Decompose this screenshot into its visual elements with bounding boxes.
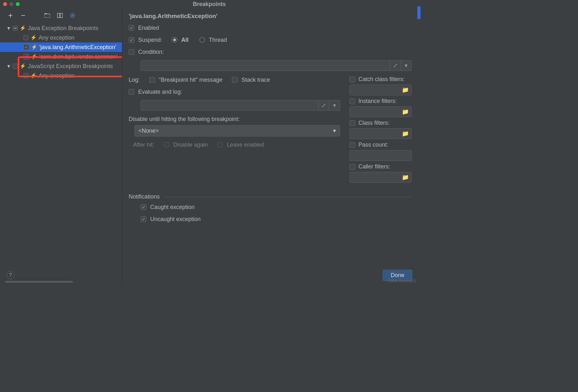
enabled-row: Enabled [129, 24, 412, 32]
group-by-class-icon[interactable] [69, 12, 76, 19]
disable-until-select[interactable]: <None> ▾ [134, 125, 340, 136]
condition-checkbox[interactable] [129, 49, 134, 55]
checkbox[interactable] [13, 64, 18, 69]
tree-group-java[interactable]: ▾ ⚡ Java Exception Breakpoints [0, 23, 122, 33]
chevron-down-icon: ▾ [6, 23, 11, 33]
eval-input[interactable] [141, 100, 318, 111]
svg-rect-2 [57, 13, 60, 18]
checkbox-checked[interactable] [23, 44, 29, 50]
history-dropdown-icon[interactable]: ▾ [401, 60, 412, 71]
notifications-header: Notifications [129, 193, 412, 200]
help-button[interactable]: ? [6, 271, 15, 279]
chevron-down-icon: ▾ [333, 127, 336, 134]
history-dropdown-icon[interactable]: ▾ [329, 100, 340, 111]
caller-filter-label: Caller filters: [358, 163, 390, 170]
log-hit-checkbox[interactable] [149, 77, 155, 83]
eval-label: Evaluate and log: [138, 89, 182, 95]
group-by-file-icon[interactable] [56, 12, 63, 19]
zoom-icon[interactable] [16, 2, 20, 6]
condition-label: Condition: [138, 49, 164, 55]
log-stack-checkbox[interactable] [232, 77, 238, 83]
svg-rect-1 [44, 13, 47, 14]
window-title: Breakpoints [193, 1, 226, 8]
titlebar: Breakpoints [0, 0, 419, 8]
suspend-thread-radio[interactable] [199, 37, 205, 43]
breakpoints-tree[interactable]: ▾ ⚡ Java Exception Breakpoints ⚡ Any exc… [0, 23, 122, 280]
condition-input[interactable] [141, 60, 390, 71]
breakpoint-details: 'java.lang.ArithmeticException' Enabled … [122, 8, 419, 283]
tree-item-label: Any exception [39, 33, 74, 42]
suspend-checkbox[interactable] [129, 37, 134, 43]
group-by-package-icon[interactable] [44, 12, 51, 19]
folder-icon[interactable]: 📁 [402, 130, 409, 137]
pass-count-checkbox[interactable] [350, 142, 355, 148]
suspend-all-radio[interactable] [172, 37, 177, 43]
remove-breakpoint-button[interactable] [20, 12, 27, 19]
tree-group-label: Java Exception Breakpoints [28, 23, 98, 33]
watermark: CSDN @hellosc01 [388, 279, 417, 283]
caught-checkbox[interactable] [141, 204, 146, 210]
catch-filter-row: Catch class filters: 📁 [350, 76, 412, 95]
eval-input-row: ⤢ ▾ [141, 100, 340, 111]
condition-input-row: ⤢ ▾ [141, 60, 412, 71]
folder-icon[interactable]: 📁 [402, 108, 409, 115]
class-filter-checkbox[interactable] [350, 120, 355, 126]
disable-until-value: <None> [138, 128, 159, 134]
folder-icon[interactable]: 📁 [402, 174, 409, 181]
enabled-label: Enabled [138, 25, 159, 31]
tree-item-label: 'java.lang.ArithmeticException' [39, 42, 116, 52]
catch-filter-input[interactable]: 📁 [350, 85, 412, 95]
eval-row: Evaluate and log: [129, 88, 340, 96]
after-hit-disable-radio[interactable] [164, 142, 170, 148]
filters-column: Catch class filters: 📁 Instance filters:… [350, 76, 412, 185]
enabled-checkbox[interactable] [129, 25, 134, 31]
log-label: Log: [129, 77, 140, 83]
add-breakpoint-button[interactable] [7, 12, 14, 19]
suspend-all-label: All [181, 37, 189, 43]
instance-filter-checkbox[interactable] [350, 98, 355, 104]
tree-item-arithmetic-exception[interactable]: ⚡ 'java.lang.ArithmeticException' [0, 42, 122, 52]
log-stack-label: Stack trace [241, 77, 270, 83]
catch-filter-label: Catch class filters: [358, 76, 405, 83]
after-hit-row: After hit: Disable again Leave enabled [133, 141, 340, 149]
close-icon[interactable] [3, 2, 7, 6]
after-hit-disable-label: Disable again [173, 142, 208, 148]
tree-item-any-exception-java[interactable]: ⚡ Any exception [0, 33, 122, 42]
class-filter-input[interactable]: 📁 [350, 128, 412, 139]
dialog-footer: ? Done [0, 267, 419, 283]
chevron-down-icon: ▾ [6, 61, 11, 71]
pass-count-row: Pass count: [350, 142, 412, 161]
class-filter-label: Class filters: [358, 120, 389, 126]
catch-filter-checkbox[interactable] [350, 77, 355, 82]
sidebar-toolbar [0, 8, 122, 23]
after-hit-leave-radio[interactable] [217, 142, 223, 148]
uncaught-label: Uncaught exception [150, 216, 201, 223]
pass-count-input[interactable] [350, 150, 412, 161]
suspend-row: Suspend: All Thread [129, 36, 412, 44]
after-hit-label: After hit: [133, 142, 154, 148]
caller-filter-input[interactable]: 📁 [350, 172, 412, 183]
checkbox[interactable] [23, 35, 29, 40]
uncaught-checkbox[interactable] [141, 216, 146, 222]
breakpoints-dialog: Breakpoints ▾ ⚡ Java Exception Breakpoi [0, 0, 419, 283]
annotation-highlight [18, 56, 122, 77]
folder-icon[interactable]: 📁 [402, 86, 409, 93]
detail-title: 'java.lang.ArithmeticException' [129, 13, 412, 20]
checkbox-mixed[interactable] [13, 26, 18, 31]
expand-icon[interactable]: ⤢ [318, 100, 329, 111]
svg-point-5 [72, 15, 73, 16]
log-row: Log: "Breakpoint hit" message Stack trac… [129, 76, 340, 84]
log-hit-label: "Breakpoint hit" message [159, 77, 222, 83]
expand-icon[interactable]: ⤢ [390, 60, 401, 71]
disable-until-label: Disable until hitting the following brea… [129, 116, 340, 123]
breakpoints-sidebar: ▾ ⚡ Java Exception Breakpoints ⚡ Any exc… [0, 8, 122, 283]
instance-filter-input[interactable]: 📁 [350, 106, 412, 117]
notifications-label: Notifications [129, 193, 160, 200]
class-filter-row: Class filters: 📁 [350, 120, 412, 139]
minimize-icon[interactable] [10, 2, 13, 6]
caller-filter-checkbox[interactable] [350, 164, 355, 170]
eval-checkbox[interactable] [129, 89, 134, 95]
suspend-thread-label: Thread [209, 37, 227, 43]
bolt-icon: ⚡ [30, 33, 37, 42]
caught-row: Caught exception [141, 203, 412, 211]
